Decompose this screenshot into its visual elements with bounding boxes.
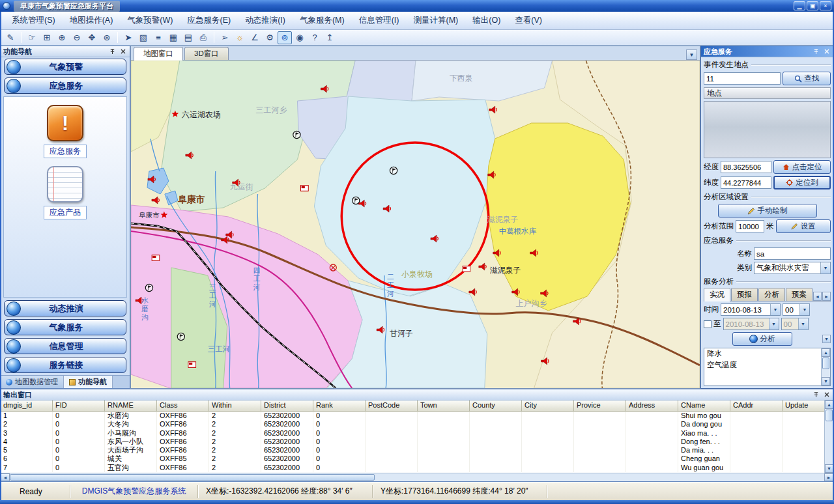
search-button[interactable]: 查找: [783, 72, 831, 85]
table-row[interactable]: 40东风一小队OXFF8626523020000Dong fen. . .: [1, 438, 833, 446]
column-header-rank[interactable]: Rank: [313, 400, 366, 411]
find-on-map-icon[interactable]: ▧: [136, 31, 151, 44]
date-from-combo[interactable]: 2010-08-13 ▼: [721, 303, 781, 316]
menu-item-system-management[interactable]: 系统管理(S): [5, 12, 62, 29]
shortcut-emergency-service[interactable]: !应急服务: [44, 105, 87, 158]
place-list[interactable]: [704, 101, 831, 158]
map-svg[interactable]: 六运湖农场三工河乡下西泉阜康市阜康市九运街滋泥泉子中葛根水库滋泥泉子小泉牧场上户…: [131, 61, 700, 388]
column-header-district[interactable]: District: [261, 400, 313, 411]
draw-pencil-icon[interactable]: ✎: [3, 31, 18, 44]
flag-marker-icon[interactable]: [463, 266, 470, 272]
tab-analysis[interactable]: 分析: [758, 288, 785, 301]
layers-icon[interactable]: ≡: [151, 31, 165, 44]
table-row[interactable]: 60城关OXFF8526523020000Cheng guan: [1, 455, 833, 463]
date-to-combo[interactable]: 2010-08-13 ▼: [723, 318, 779, 330]
analyze-button[interactable]: 分析: [732, 332, 792, 346]
hour-to-combo[interactable]: 00 ▼: [781, 318, 809, 330]
column-header-within[interactable]: Within: [209, 400, 261, 411]
menu-item-info-management[interactable]: 信息管理(I): [352, 12, 406, 29]
column-header-city[interactable]: City: [522, 400, 574, 411]
help-icon[interactable]: ?: [308, 31, 322, 44]
menu-item-weather-service[interactable]: 气象服务(M): [293, 12, 351, 29]
chevron-down-icon[interactable]: ▼: [770, 304, 780, 315]
scroll-left-icon[interactable]: ◄: [1, 473, 10, 481]
tab-map-window[interactable]: 地图窗口: [134, 47, 183, 61]
close-icon[interactable]: [119, 48, 127, 56]
restore-button[interactable]: ▣: [807, 1, 818, 10]
menu-item-weather-warning[interactable]: 气象预警(W): [121, 12, 179, 29]
nav-dynamic-deduction-button[interactable]: 动态推演: [4, 300, 126, 316]
highlight-bulb-icon[interactable]: ☼: [233, 31, 247, 44]
pin-icon[interactable]: [108, 48, 117, 56]
map-window-list-button[interactable]: ▼: [686, 49, 697, 60]
scroll-thumb[interactable]: [10, 474, 375, 481]
list-item[interactable]: 降水: [704, 348, 821, 359]
tab-next-icon[interactable]: ►: [822, 292, 831, 301]
station-marker-icon[interactable]: [177, 333, 184, 340]
nav-emergency-service-button[interactable]: 应急服务: [4, 77, 126, 94]
scroll-right-icon[interactable]: ►: [824, 473, 833, 481]
table-row[interactable]: 30小马厩沟OXFF8626523020000Xiao ma. . .: [1, 429, 833, 438]
column-header-address[interactable]: Address: [626, 400, 678, 411]
list-scrollbar[interactable]: ▲ ▼: [821, 348, 830, 385]
tab-forecast[interactable]: 预报: [731, 288, 758, 301]
goto-location-button[interactable]: 定位到: [773, 176, 831, 189]
column-header-rname[interactable]: RNAME: [105, 400, 157, 411]
select-arrow-icon[interactable]: ☞: [25, 31, 39, 44]
menu-item-dynamic-deduction[interactable]: 动态推演(I): [238, 12, 292, 29]
nav-weather-warning-button[interactable]: 气象预警: [4, 59, 126, 75]
manual-draw-button[interactable]: 手动绘制: [718, 204, 817, 217]
column-header-county[interactable]: County: [470, 400, 522, 411]
column-header-cname[interactable]: CName: [678, 400, 730, 411]
longitude-input[interactable]: 88.3625506: [721, 161, 771, 173]
column-header-caddr[interactable]: CAddr: [730, 400, 783, 411]
chevron-down-icon[interactable]: ▼: [798, 318, 808, 329]
tab-map-data-management[interactable]: 地图数据管理: [1, 376, 64, 388]
service-name-input[interactable]: sa: [754, 247, 831, 260]
tab-3d-window[interactable]: 3D窗口: [184, 47, 229, 60]
pin-icon[interactable]: [812, 48, 820, 56]
chevron-down-icon[interactable]: ▼: [799, 304, 809, 315]
flag-marker-icon[interactable]: [152, 255, 160, 261]
shortcut-emergency-product[interactable]: 应急产品: [44, 166, 87, 219]
location-search-input[interactable]: 11: [704, 72, 781, 85]
place-column-header[interactable]: 地点: [704, 87, 831, 99]
table-row[interactable]: 50大面场子沟OXFF8626523020000Da mia. . .: [1, 446, 833, 455]
visibility-eye-icon[interactable]: ◉: [293, 31, 307, 44]
scroll-thumb[interactable]: [822, 357, 829, 369]
column-header-provice[interactable]: Provice: [574, 400, 626, 411]
table-row[interactable]: 70五官沟OXFF8626523020000Wu guan gou: [1, 464, 833, 472]
close-button[interactable]: ×: [820, 1, 831, 10]
close-icon[interactable]: [822, 48, 831, 56]
zoom-in-icon[interactable]: ⊕: [55, 31, 69, 44]
print-icon[interactable]: ⎙: [196, 31, 210, 44]
column-header-postcode[interactable]: PostCode: [366, 400, 418, 411]
tab-function-navigation[interactable]: 功能导航: [64, 376, 113, 388]
measure-icon[interactable]: ∠: [248, 31, 262, 44]
column-header-class[interactable]: Class: [157, 400, 209, 411]
horizontal-scrollbar[interactable]: ◄ ►: [1, 473, 833, 481]
station-marker-icon[interactable]: [352, 197, 360, 204]
identify-icon[interactable]: ➤: [121, 31, 136, 44]
close-icon[interactable]: [822, 391, 831, 399]
menu-item-map-operations[interactable]: 地图操作(A): [63, 12, 120, 29]
table-row[interactable]: 20大冬沟OXFF8626523020000Da dong gou: [1, 420, 833, 428]
map-view-icon[interactable]: ▤: [181, 31, 195, 44]
menu-item-output[interactable]: 输出(O): [466, 12, 507, 29]
pan-hand-icon[interactable]: ✥: [85, 31, 99, 44]
minimize-button[interactable]: ▁: [794, 1, 805, 10]
to-date-checkbox[interactable]: [704, 320, 712, 328]
chevron-down-icon[interactable]: ▼: [820, 262, 830, 273]
station-marker-icon[interactable]: [145, 284, 152, 291]
set-range-button[interactable]: 设置: [776, 219, 831, 233]
tab-live[interactable]: 实况: [704, 288, 730, 301]
menu-item-measurement-calc[interactable]: 测量计算(M): [407, 12, 465, 29]
column-header-dmgis_id[interactable]: dmgis_id: [1, 400, 53, 411]
map-canvas[interactable]: 六运湖农场三工河乡下西泉阜康市阜康市九运街滋泥泉子中葛根水库滋泥泉子小泉牧场上户…: [131, 61, 700, 388]
select-add-icon[interactable]: ⊞: [40, 31, 54, 44]
settings-gear-icon[interactable]: ⚙: [263, 31, 277, 44]
table-row[interactable]: 10水磨沟OXFF8626523020000Shui mo gou: [1, 412, 833, 420]
tab-prev-icon[interactable]: ◄: [813, 292, 822, 301]
service-globe-icon[interactable]: ⊚: [278, 31, 292, 44]
station-marker-icon[interactable]: [293, 131, 300, 138]
